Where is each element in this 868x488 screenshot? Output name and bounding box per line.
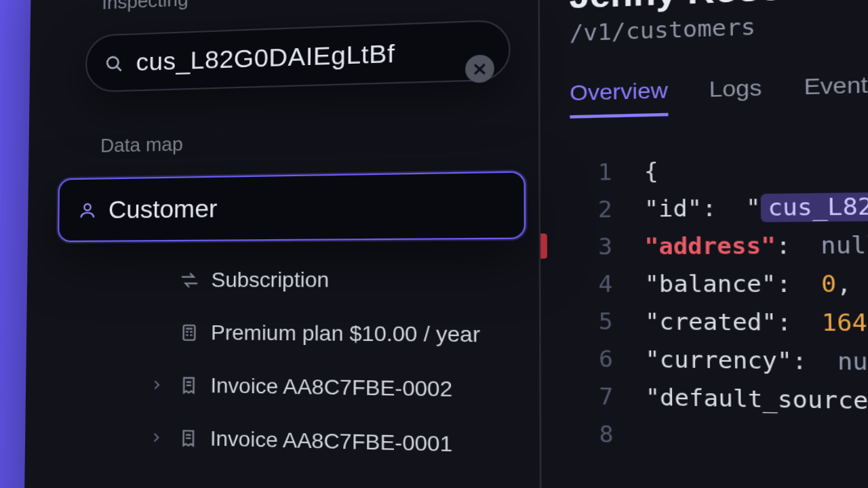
tab-detail-logs[interactable]: Logs xyxy=(709,75,762,115)
user-icon xyxy=(78,201,97,220)
tree-item-label: Premium plan $10.00 / year xyxy=(211,321,480,347)
search-value: cus_L82G0DAIEgLtBf xyxy=(136,35,489,77)
code-line: 4"balance": 0, xyxy=(570,264,868,305)
tab-overview[interactable]: Overview xyxy=(570,78,668,119)
line-number: 5 xyxy=(571,303,613,341)
detail-tabs: Overview Logs Events xyxy=(570,58,868,119)
line-number: 4 xyxy=(570,266,612,303)
highlighted-id: cus_L82G0DAI xyxy=(761,191,868,222)
search-input[interactable]: cus_L82G0DAIEgLtBf xyxy=(85,19,511,92)
json-viewer: 1{2"id": "cus_L82G0DAI3"address": null,4… xyxy=(570,140,868,472)
clear-icon[interactable] xyxy=(465,54,494,83)
line-number: 7 xyxy=(571,378,613,415)
code-content: "currency": null, xyxy=(645,341,868,382)
line-number: 8 xyxy=(571,415,613,454)
code-content: { xyxy=(644,153,658,191)
line-number: 6 xyxy=(571,340,613,378)
tree-item-invoice-0002[interactable]: Invoice AA8C7FBE-0002 xyxy=(134,362,511,413)
code-content: "address": null, xyxy=(644,226,868,265)
tree-item-plan[interactable]: Premium plan $10.00 / year xyxy=(135,310,511,359)
svg-point-1 xyxy=(84,203,90,209)
code-content: "id": "cus_L82G0DAI xyxy=(644,186,868,228)
receipt-icon xyxy=(179,375,199,395)
search-icon xyxy=(104,53,123,73)
tree-item-label: Customer xyxy=(108,194,218,224)
tree-item-invoice-0001[interactable]: Invoice AA8C7FBE-0001 xyxy=(134,415,511,470)
data-map-label: Data map xyxy=(100,125,511,157)
code-content: "balance": 0, xyxy=(645,265,852,304)
tree-item-label: Subscription xyxy=(211,268,329,292)
receipt-icon xyxy=(178,428,198,449)
tree-item-label: Invoice AA8C7FBE-0002 xyxy=(210,373,452,402)
code-line: 8 xyxy=(571,415,868,472)
tree-item-label: Invoice AA8C7FBE-0001 xyxy=(210,426,452,457)
code-content: "created": 164453622, xyxy=(645,303,868,343)
code-content: "default_source": nu xyxy=(646,379,868,423)
swap-icon xyxy=(180,270,199,290)
code-line: 1{ xyxy=(570,140,868,192)
line-number: 2 xyxy=(570,191,612,229)
tree-item-customer[interactable]: Customer xyxy=(58,171,526,242)
code-line: 3"address": null, xyxy=(570,222,868,266)
inspecting-label: Inspecting xyxy=(102,0,510,14)
svg-rect-2 xyxy=(184,325,195,340)
data-map-tree: Customer Subscription xyxy=(81,171,512,470)
calculator-icon xyxy=(180,323,199,342)
tab-events[interactable]: Events xyxy=(804,72,868,113)
error-marker xyxy=(540,233,547,258)
chevron-right-icon xyxy=(151,379,167,391)
line-number: 3 xyxy=(570,228,612,266)
chevron-right-icon xyxy=(151,431,167,443)
line-number: 1 xyxy=(570,154,612,192)
tree-item-subscription[interactable]: Subscription xyxy=(136,256,511,303)
